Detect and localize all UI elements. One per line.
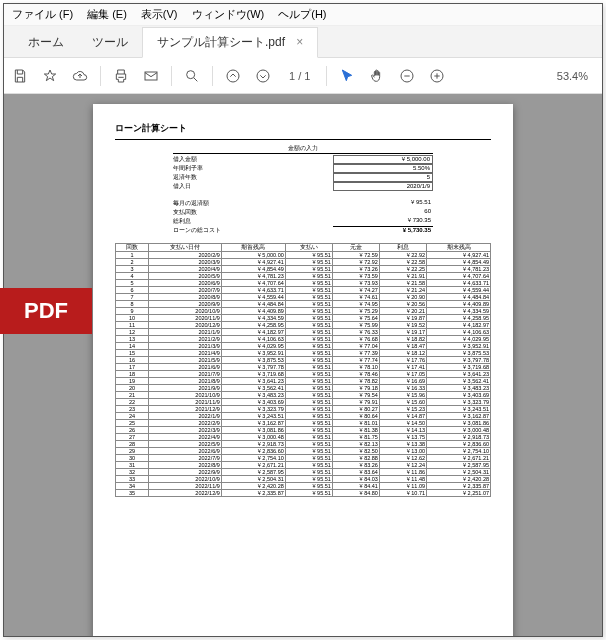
cell: ¥ 18.12 [379, 350, 426, 357]
menu-window[interactable]: ウィンドウ(W) [192, 7, 265, 22]
cell: ¥ 79.18 [332, 385, 379, 392]
cell: 2020/11/9 [149, 315, 222, 322]
table-row: 152021/4/9¥ 3,952.91¥ 95.51¥ 77.39¥ 18.1… [116, 350, 491, 357]
cell: 24 [116, 413, 149, 420]
menu-edit[interactable]: 編集 (E) [87, 7, 127, 22]
summary-value: ¥ 5,730.35 [333, 226, 433, 235]
cell: ¥ 3,641.23 [221, 378, 285, 385]
cell: ¥ 4,854.49 [427, 259, 491, 266]
svg-point-1 [187, 70, 195, 78]
table-row: 42020/5/9¥ 4,781.23¥ 95.51¥ 73.59¥ 21.91… [116, 273, 491, 280]
cell: ¥ 11.86 [379, 469, 426, 476]
cell: ¥ 3,403.69 [427, 392, 491, 399]
cell: ¥ 22.92 [379, 252, 426, 259]
input-label: 借入金額 [173, 155, 273, 164]
cell: ¥ 21.91 [379, 273, 426, 280]
cell: ¥ 75.29 [332, 308, 379, 315]
cell: ¥ 4,258.95 [427, 315, 491, 322]
cell: ¥ 95.51 [285, 294, 332, 301]
cell: ¥ 4,854.49 [221, 266, 285, 273]
inputs-header: 金額の入力 [173, 144, 433, 154]
page-down-icon[interactable] [253, 66, 273, 86]
star-icon[interactable] [40, 66, 60, 86]
cell: ¥ 2,918.73 [427, 434, 491, 441]
cell: 25 [116, 420, 149, 427]
cell: ¥ 95.51 [285, 336, 332, 343]
cell: 2021/6/9 [149, 364, 222, 371]
zoom-out-icon[interactable] [397, 66, 417, 86]
cell: ¥ 12.62 [379, 455, 426, 462]
zoom-level[interactable]: 53.4% [557, 70, 596, 82]
cell: ¥ 2,335.87 [221, 490, 285, 497]
cell: ¥ 95.51 [285, 448, 332, 455]
cell: ¥ 2,504.31 [221, 476, 285, 483]
cell: ¥ 95.51 [285, 399, 332, 406]
table-row: 112020/12/9¥ 4,258.95¥ 95.51¥ 75.99¥ 19.… [116, 322, 491, 329]
print-icon[interactable] [111, 66, 131, 86]
cell: 26 [116, 427, 149, 434]
cell: ¥ 13.00 [379, 448, 426, 455]
cell: 27 [116, 434, 149, 441]
cell: ¥ 20.21 [379, 308, 426, 315]
search-icon[interactable] [182, 66, 202, 86]
cell: ¥ 2,671.21 [221, 462, 285, 469]
cell: ¥ 16.33 [379, 385, 426, 392]
table-row: 182021/7/9¥ 3,719.68¥ 95.51¥ 78.46¥ 17.0… [116, 371, 491, 378]
cell: ¥ 10.71 [379, 490, 426, 497]
tab-document-label: サンプル計算シート.pdf [157, 35, 285, 49]
cell: ¥ 95.51 [285, 434, 332, 441]
cell: ¥ 95.51 [285, 315, 332, 322]
save-icon[interactable] [10, 66, 30, 86]
tab-tool[interactable]: ツール [78, 28, 142, 57]
cell: ¥ 3,483.23 [427, 385, 491, 392]
cell: 2021/3/9 [149, 343, 222, 350]
col-header: 支払い [285, 244, 332, 252]
cell: ¥ 14.87 [379, 413, 426, 420]
cell: 2022/10/9 [149, 476, 222, 483]
cell: 9 [116, 308, 149, 315]
menu-help[interactable]: ヘルプ(H) [278, 7, 326, 22]
cell: 2022/8/9 [149, 462, 222, 469]
cell: 5 [116, 280, 149, 287]
cell: 29 [116, 448, 149, 455]
cell: ¥ 17.76 [379, 357, 426, 364]
cell: ¥ 73.93 [332, 280, 379, 287]
table-row: 192021/8/9¥ 3,641.23¥ 95.51¥ 78.82¥ 16.6… [116, 378, 491, 385]
col-header: 期末残高 [427, 244, 491, 252]
table-row: 82020/9/9¥ 4,484.84¥ 95.51¥ 74.95¥ 20.56… [116, 301, 491, 308]
hand-icon[interactable] [367, 66, 387, 86]
input-row: 借入金額¥ 5,000.00 [173, 155, 433, 164]
cell: ¥ 3,162.87 [427, 413, 491, 420]
cell: ¥ 77.39 [332, 350, 379, 357]
cloud-upload-icon[interactable] [70, 66, 90, 86]
cell: 2022/12/9 [149, 490, 222, 497]
document-viewer[interactable]: ローン計算シート 金額の入力 借入金額¥ 5,000.00年間利子率5.50%返… [4, 94, 602, 636]
tab-document[interactable]: サンプル計算シート.pdf × [142, 27, 318, 58]
cell: 8 [116, 301, 149, 308]
table-row: 282022/5/9¥ 2,918.73¥ 95.51¥ 82.13¥ 13.3… [116, 441, 491, 448]
svg-point-2 [227, 70, 239, 82]
cell: 2021/2/9 [149, 336, 222, 343]
cell: ¥ 84.03 [332, 476, 379, 483]
cell: ¥ 14.50 [379, 420, 426, 427]
cell: ¥ 5,000.00 [221, 252, 285, 259]
cell: ¥ 95.51 [285, 343, 332, 350]
cell: ¥ 4,182.97 [427, 322, 491, 329]
close-icon[interactable]: × [296, 35, 303, 49]
page-up-icon[interactable] [223, 66, 243, 86]
cell: ¥ 2,251.07 [427, 490, 491, 497]
cell: ¥ 95.51 [285, 462, 332, 469]
cell: ¥ 4,633.71 [427, 280, 491, 287]
mail-icon[interactable] [141, 66, 161, 86]
tab-home[interactable]: ホーム [14, 28, 78, 57]
menu-view[interactable]: 表示(V) [141, 7, 178, 22]
cell: ¥ 3,562.41 [221, 385, 285, 392]
cell: ¥ 95.51 [285, 287, 332, 294]
pointer-icon[interactable] [337, 66, 357, 86]
cell: ¥ 22.25 [379, 266, 426, 273]
menu-file[interactable]: ファイル (F) [12, 7, 73, 22]
table-row: 262022/3/9¥ 3,081.86¥ 95.51¥ 81.38¥ 14.1… [116, 427, 491, 434]
input-value: 5.50% [333, 164, 433, 173]
cell: 2020/12/9 [149, 322, 222, 329]
zoom-in-icon[interactable] [427, 66, 447, 86]
